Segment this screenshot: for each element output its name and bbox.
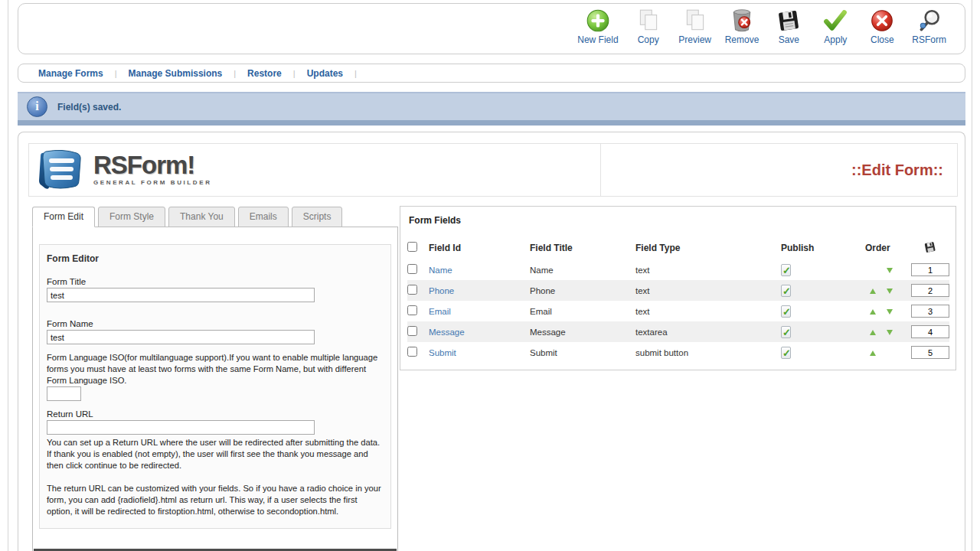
rsform-icon xyxy=(916,8,942,34)
close-label: Close xyxy=(871,34,894,45)
col-order: Order xyxy=(865,236,911,259)
order-input[interactable] xyxy=(911,346,949,359)
move-down-icon[interactable] xyxy=(887,289,893,294)
menu-manage-forms[interactable]: Manage Forms xyxy=(38,68,103,79)
page-frame: New Field Copy Preview xyxy=(8,0,972,551)
menu-updates[interactable]: Updates xyxy=(307,68,343,79)
apply-icon xyxy=(822,8,848,34)
row-checkbox[interactable] xyxy=(407,264,417,274)
copy-button[interactable]: Copy xyxy=(632,8,665,45)
apply-button[interactable]: Apply xyxy=(818,8,852,45)
row-checkbox[interactable] xyxy=(407,285,417,295)
system-message: i Field(s) saved. xyxy=(18,92,965,126)
apply-label: Apply xyxy=(824,34,847,45)
publish-toggle-icon[interactable]: ✓ xyxy=(781,326,791,338)
table-row: EmailEmailtext✓ xyxy=(407,301,949,321)
field-title-cell: Name xyxy=(530,259,635,280)
publish-toggle-icon[interactable]: ✓ xyxy=(781,347,791,359)
save-label: Save xyxy=(779,34,799,45)
return-url-help-2: The return URL can be customized with yo… xyxy=(47,483,384,517)
select-all-checkbox[interactable] xyxy=(407,242,417,252)
page-title: ::Edit Form:: xyxy=(851,161,943,179)
form-name-label: Form Name xyxy=(47,319,384,328)
table-row: SubmitSubmitsubmit button✓ xyxy=(407,342,949,363)
new-field-icon xyxy=(585,8,611,34)
menu-separator: | xyxy=(234,69,236,78)
copy-icon xyxy=(635,8,662,34)
menu-restore[interactable]: Restore xyxy=(247,68,282,79)
field-id-link[interactable]: Phone xyxy=(429,286,454,295)
form-title-label: Form Title xyxy=(47,277,384,286)
new-field-label: New Field xyxy=(577,34,618,45)
return-url-input[interactable] xyxy=(47,420,315,435)
form-fields-panel: Form Fields Field Id Field Title Field T… xyxy=(400,206,956,370)
field-title-cell: Submit xyxy=(530,342,635,363)
remove-label: Remove xyxy=(725,34,760,45)
close-button[interactable]: Close xyxy=(865,8,899,45)
field-id-link[interactable]: Message xyxy=(429,328,465,337)
tab-thank-you[interactable]: Thank You xyxy=(168,207,235,227)
form-fields-body: NameNametext✓PhonePhonetext✓EmailEmailte… xyxy=(407,259,949,363)
tab-scripts[interactable]: Scripts xyxy=(292,207,343,227)
rsform-button[interactable]: RSForm xyxy=(912,8,946,45)
new-field-button[interactable]: New Field xyxy=(577,8,618,45)
remove-button[interactable]: Remove xyxy=(725,8,760,45)
save-button[interactable]: Save xyxy=(772,8,805,45)
order-input[interactable] xyxy=(911,284,949,297)
component-header: RSForm! GENERAL FORM BUILDER ::Edit Form… xyxy=(28,143,958,197)
system-message-text: Field(s) saved. xyxy=(57,102,121,112)
move-up-icon[interactable] xyxy=(870,350,876,356)
rsform-logo: RSForm! GENERAL FORM BUILDER xyxy=(37,148,212,191)
tab-emails[interactable]: Emails xyxy=(238,207,289,227)
publish-toggle-icon[interactable]: ✓ xyxy=(781,305,791,318)
field-id-link[interactable]: Name xyxy=(429,266,452,275)
info-icon: i xyxy=(27,96,47,117)
move-up-icon[interactable] xyxy=(870,330,876,335)
row-checkbox[interactable] xyxy=(407,305,417,315)
preview-icon xyxy=(682,8,708,34)
tab-form-edit[interactable]: Form Edit xyxy=(32,207,95,227)
toolbar-items: New Field Copy Preview xyxy=(577,8,946,45)
order-input[interactable] xyxy=(911,305,949,318)
move-down-icon[interactable] xyxy=(887,268,893,273)
form-fields-title: Form Fields xyxy=(409,215,949,226)
publish-toggle-icon[interactable]: ✓ xyxy=(781,285,791,297)
tab-form-style[interactable]: Form Style xyxy=(98,207,165,227)
toolbar: New Field Copy Preview xyxy=(18,3,965,54)
menu-separator: | xyxy=(115,69,117,78)
order-input[interactable] xyxy=(911,325,949,338)
field-title-cell: Phone xyxy=(530,280,635,301)
return-url-label: Return URL xyxy=(47,409,384,419)
menu-separator: | xyxy=(354,69,357,78)
copy-label: Copy xyxy=(638,34,659,45)
field-id-link[interactable]: Email xyxy=(429,307,451,316)
table-row: NameNametext✓ xyxy=(407,259,949,280)
col-publish: Publish xyxy=(781,236,865,259)
return-url-help-1: You can set up a Return URL where the us… xyxy=(47,437,384,471)
form-title-input[interactable] xyxy=(47,288,315,302)
language-iso-input[interactable] xyxy=(47,386,81,401)
row-checkbox[interactable] xyxy=(407,326,417,336)
move-down-icon[interactable] xyxy=(887,309,893,315)
field-type-cell: text xyxy=(635,301,781,321)
language-iso-text: Form Language ISO(for multilanguage supp… xyxy=(47,352,384,386)
move-down-icon[interactable] xyxy=(887,330,893,335)
preview-button[interactable]: Preview xyxy=(678,8,712,45)
page-title-area: ::Edit Form:: xyxy=(600,144,957,196)
move-up-icon[interactable] xyxy=(870,309,876,315)
publish-toggle-icon[interactable]: ✓ xyxy=(781,264,791,276)
menu-manage-submissions[interactable]: Manage Submissions xyxy=(129,68,223,79)
field-type-cell: submit button xyxy=(635,342,781,363)
move-up-icon[interactable] xyxy=(870,289,876,294)
form-editor-fieldset: Form Editor Form Title Form Name Form La… xyxy=(39,244,391,529)
row-checkbox[interactable] xyxy=(407,347,417,357)
logo-tagline: GENERAL FORM BUILDER xyxy=(93,179,212,186)
form-name-input[interactable] xyxy=(47,330,315,344)
col-field-type: Field Type xyxy=(635,236,781,259)
tab-bar: Form Edit Form Style Thank You Emails Sc… xyxy=(32,207,345,227)
save-order-icon[interactable] xyxy=(923,240,936,256)
col-field-id: Field Id xyxy=(429,236,530,259)
field-id-link[interactable]: Submit xyxy=(429,348,456,357)
order-input[interactable] xyxy=(911,263,949,276)
table-row: PhonePhonetext✓ xyxy=(407,280,949,301)
